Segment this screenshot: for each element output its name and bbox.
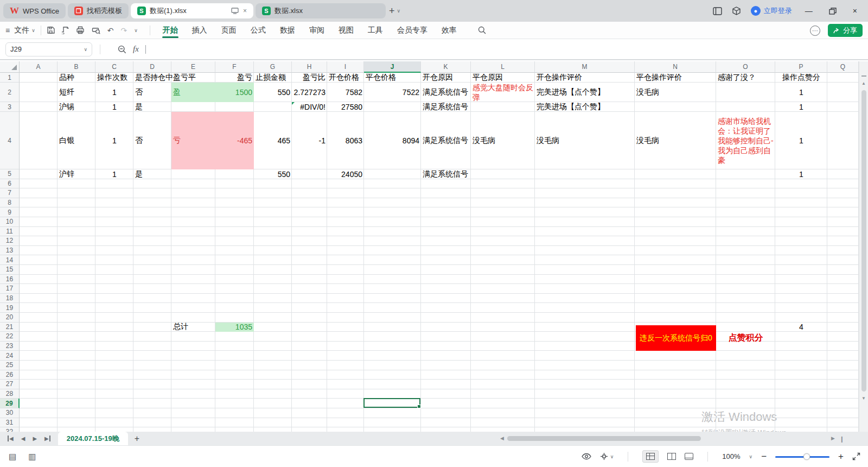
row-header-15[interactable]: 15: [0, 265, 20, 275]
ribbon-tab-view[interactable]: 视图: [331, 22, 361, 39]
column-header-O[interactable]: O: [716, 61, 775, 73]
cell-J1[interactable]: 平仓价格: [364, 73, 421, 83]
cell-C1[interactable]: 操作次数: [95, 73, 133, 83]
cell-K1[interactable]: 开仓原因: [421, 73, 471, 83]
zoom-slider[interactable]: [775, 453, 829, 460]
visibility-icon[interactable]: [582, 453, 591, 460]
cell-K5[interactable]: 满足系统信号: [421, 169, 471, 179]
row-header-4[interactable]: 4: [0, 112, 20, 169]
scroll-up-icon[interactable]: ▲: [861, 81, 866, 86]
select-all-corner[interactable]: [0, 61, 20, 73]
row-header-24[interactable]: 24: [0, 351, 20, 361]
active-cell-selection[interactable]: [363, 398, 420, 408]
cell-D4[interactable]: 否: [133, 112, 171, 169]
cell-H2[interactable]: 2.727273: [292, 83, 327, 102]
row-header-1[interactable]: 1: [0, 73, 20, 83]
cell-K4[interactable]: 满足系统信号: [421, 112, 471, 169]
more-options-icon[interactable]: ⋯: [810, 26, 820, 36]
minimize-button[interactable]: —: [802, 7, 816, 15]
last-sheet-icon[interactable]: ▶: [44, 436, 50, 441]
cell-H1[interactable]: 盈亏比: [292, 73, 327, 83]
cell-P2[interactable]: 1: [775, 83, 827, 102]
zoom-out-button[interactable]: −: [761, 451, 767, 462]
row-header-2[interactable]: 2: [0, 83, 20, 102]
column-header-N[interactable]: N: [635, 61, 716, 73]
cell-I5[interactable]: 24050: [327, 169, 364, 179]
cell-I2[interactable]: 7582: [327, 83, 364, 102]
cell-L2[interactable]: 感觉大盘随时会反弹: [471, 83, 535, 102]
h-scroll-left-icon[interactable]: ◀: [500, 436, 504, 441]
insert-function-icon[interactable]: fx: [133, 45, 139, 54]
row-header-11[interactable]: 11: [0, 227, 20, 237]
share-button[interactable]: 分享: [828, 24, 863, 37]
cell-D5[interactable]: 是: [133, 169, 171, 179]
ribbon-tab-insert[interactable]: 插入: [185, 22, 214, 39]
scroll-down-icon[interactable]: ▼: [861, 396, 866, 401]
close-tab-icon[interactable]: ×: [243, 7, 247, 15]
tab-docer-templates[interactable]: ❐ 找稻壳模板: [68, 3, 129, 18]
cell-M1[interactable]: 开仓操作评价: [535, 73, 635, 83]
login-button[interactable]: ● 立即登录: [751, 6, 792, 16]
cell-K2[interactable]: 满足系统信号: [421, 83, 471, 102]
view-normal-button[interactable]: [642, 450, 659, 463]
row-header-12[interactable]: 12: [0, 236, 20, 246]
ribbon-tab-efficiency[interactable]: 效率: [435, 22, 464, 39]
cell-M4[interactable]: 没毛病: [535, 112, 635, 169]
column-header-K[interactable]: K: [421, 61, 471, 73]
tab-wps-home[interactable]: W WPS Office: [3, 3, 66, 18]
name-box[interactable]: J29 ∨: [5, 42, 92, 56]
screen-share-icon[interactable]: [231, 8, 239, 14]
cell-B1[interactable]: 品种: [58, 73, 95, 83]
close-button[interactable]: ×: [850, 7, 860, 15]
row-header-30[interactable]: 30: [0, 408, 20, 418]
scrollbar-split-handle[interactable]: [861, 75, 866, 77]
row-header-8[interactable]: 8: [0, 198, 20, 208]
column-header-J[interactable]: J: [364, 61, 421, 73]
vertical-scrollbar-thumb[interactable]: [861, 90, 866, 392]
cell-B2[interactable]: 短纤: [58, 83, 95, 102]
row-header-25[interactable]: 25: [0, 361, 20, 370]
cell-B3[interactable]: 沪锡: [58, 102, 95, 112]
page-layout-view-icon[interactable]: [685, 453, 693, 460]
cell-N4[interactable]: 没毛病: [635, 112, 716, 169]
row-header-23[interactable]: 23: [0, 342, 20, 351]
cell-M3[interactable]: 完美进场【点个赞】: [535, 102, 635, 112]
apps-cube-icon[interactable]: [732, 7, 741, 15]
column-header-Q[interactable]: Q: [827, 61, 859, 73]
zoom-level[interactable]: 100%: [722, 452, 740, 460]
cell-P1[interactable]: 操作点赞分: [775, 73, 827, 83]
row-header-22[interactable]: 22: [0, 332, 20, 342]
zoom-slider-thumb[interactable]: [803, 453, 810, 460]
cell-O1[interactable]: 感谢了没？: [716, 73, 775, 83]
h-scrollbar-split-handle[interactable]: ❙: [839, 436, 844, 443]
next-sheet-icon[interactable]: ▶: [33, 436, 37, 441]
formula-input[interactable]: [145, 45, 146, 54]
file-menu[interactable]: 文件: [14, 26, 29, 35]
export-icon[interactable]: [62, 26, 69, 34]
column-header-M[interactable]: M: [535, 61, 635, 73]
column-header-L[interactable]: L: [471, 61, 535, 73]
cell-N1[interactable]: 平仓操作评价: [635, 73, 716, 83]
cell-L1[interactable]: 平仓原因: [471, 73, 535, 83]
row-header-9[interactable]: 9: [0, 207, 20, 217]
print-icon[interactable]: [76, 26, 85, 34]
cell-F21[interactable]: 1035: [215, 323, 254, 332]
cell-F1[interactable]: 盈亏: [215, 73, 254, 83]
quick-toolbar-dropdown-icon[interactable]: ∨: [134, 28, 138, 33]
horizontal-scrollbar[interactable]: [507, 436, 827, 441]
add-sheet-button[interactable]: +: [128, 434, 146, 444]
ribbon-tab-home[interactable]: 开始: [156, 22, 185, 39]
split-view-icon[interactable]: [667, 453, 676, 460]
cell-H4[interactable]: -1: [292, 112, 327, 169]
row-header-32[interactable]: 32: [0, 427, 20, 432]
ribbon-tab-formulas[interactable]: 公式: [244, 22, 273, 39]
cell-move-tool-icon[interactable]: [600, 452, 608, 460]
row-header-20[interactable]: 20: [0, 313, 20, 323]
row-header-17[interactable]: 17: [0, 284, 20, 294]
tab-document-active[interactable]: S 数据(1).xlsx ×: [131, 3, 253, 18]
row-header-31[interactable]: 31: [0, 418, 20, 428]
cell-H3[interactable]: #DIV/0!: [292, 102, 327, 112]
row-header-10[interactable]: 10: [0, 217, 20, 227]
row-header-5[interactable]: 5: [0, 169, 20, 179]
column-header-G[interactable]: G: [254, 61, 292, 73]
